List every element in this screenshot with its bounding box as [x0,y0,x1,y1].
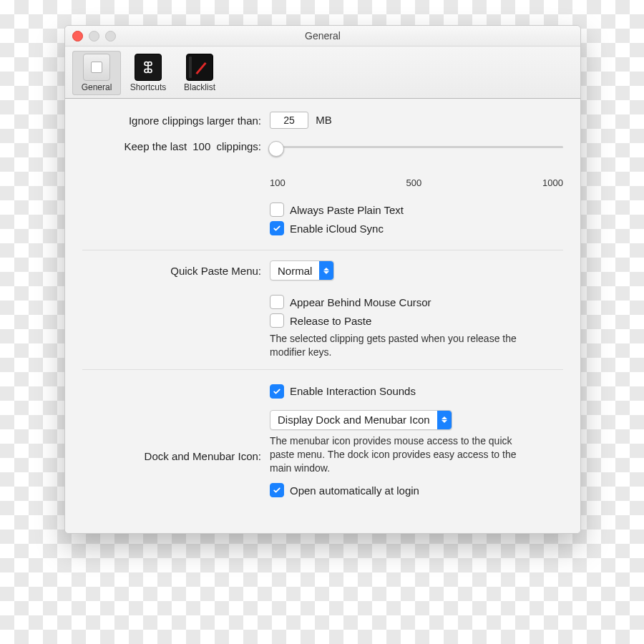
release-paste-checkbox[interactable] [270,313,284,328]
interaction-sounds-checkbox[interactable] [270,384,284,399]
tab-general[interactable]: General [72,51,121,95]
release-paste-label: Release to Paste [290,315,371,327]
tab-blacklist-label: Blacklist [184,82,215,92]
appear-behind-label: Appear Behind Mouse Cursor [290,296,431,308]
general-icon [83,54,110,81]
always-plain-checkbox[interactable] [270,203,284,217]
keep-label-a: Keep the last [125,140,187,152]
keep-label-b: clippings: [216,140,261,152]
interaction-sounds-label: Enable Interaction Sounds [290,385,416,397]
slider-thumb[interactable] [268,141,284,157]
dock-label: Dock and Menubar Icon: [82,450,270,462]
zoom-button[interactable] [105,31,116,42]
open-at-login-checkbox[interactable] [270,483,284,497]
dock-icon-popup[interactable]: Display Dock and Menubar Icon [270,410,452,430]
ignore-label: Ignore clippings larger than: [82,114,270,127]
toolbar: General Shortcuts Blacklist [65,47,580,99]
updown-icon [437,411,452,429]
ignore-unit: MB [316,114,332,126]
tick-min: 100 [270,177,286,188]
keep-value: 100 [192,140,210,152]
tick-mid: 500 [406,177,422,188]
keep-slider[interactable] [270,139,563,157]
sounds-row: Enable Interaction Sounds [82,380,563,403]
command-icon [135,54,162,81]
quick-paste-value: Normal [270,265,319,277]
ignore-row: Ignore clippings larger than: 25 MB [82,112,563,129]
close-button[interactable] [72,31,83,42]
blacklist-icon [186,54,213,81]
dock-help: The menubar icon provides mouse access t… [270,434,527,475]
open-at-login-label: Open automatically at login [290,484,419,497]
content: Ignore clippings larger than: 25 MB Keep… [65,99,580,533]
ignore-size-input[interactable]: 25 [270,112,308,129]
tab-blacklist[interactable]: Blacklist [175,51,224,95]
separator-1 [82,250,563,250]
release-help: The selected clipping gets pasted when y… [270,332,527,359]
tab-shortcuts-label: Shortcuts [130,82,167,92]
icloud-sync-checkbox[interactable] [270,221,284,235]
dock-row: Dock and Menubar Icon: Display Dock and … [82,410,563,502]
appear-behind-checkbox[interactable] [270,295,284,309]
quick-paste-label: Quick Paste Menu: [82,265,270,277]
slider-ticks: 100 500 1000 [270,177,563,188]
dock-icon-value: Display Dock and Menubar Icon [270,414,437,426]
quick-paste-popup[interactable]: Normal [270,260,334,280]
tab-general-label: General [82,82,112,92]
separator-2 [82,369,563,370]
tick-max: 1000 [542,177,563,188]
titlebar: General [65,26,580,47]
always-plain-label: Always Paste Plain Text [290,204,404,216]
quick-options: Appear Behind Mouse Cursor Release to Pa… [82,291,563,359]
updown-icon [319,261,333,280]
window-controls [72,31,116,42]
quick-paste-row: Quick Paste Menu: Normal [82,260,563,280]
icloud-sync-label: Enable iCloud Sync [290,223,384,235]
tab-shortcuts[interactable]: Shortcuts [124,51,172,95]
window-title: General [305,30,341,42]
preferences-window: General General Shortcuts Blacklist Igno… [64,25,581,534]
plain-row: Always Paste Plain Text Enable iCloud Sy… [82,198,563,240]
keep-row: Keep the last 100 clippings: 100 500 100… [82,139,563,188]
minimize-button[interactable] [89,31,99,42]
keep-label: Keep the last 100 clippings: [82,139,270,152]
